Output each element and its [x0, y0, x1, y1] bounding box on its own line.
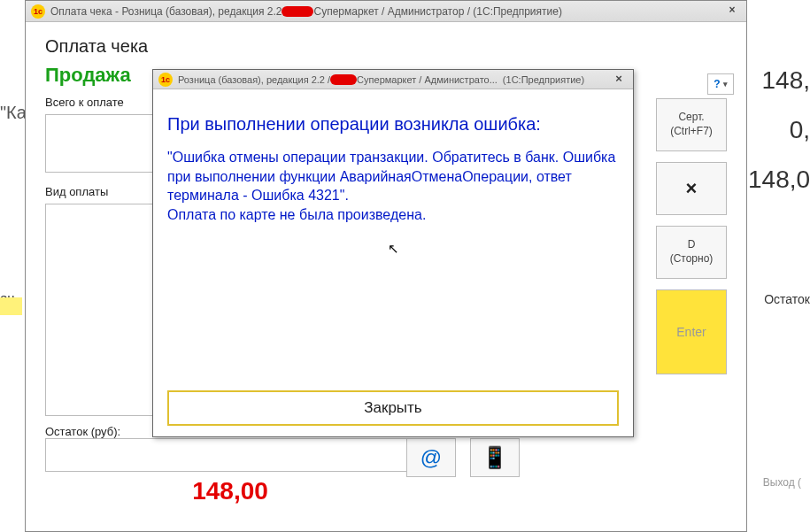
- bg-number: 148,0: [748, 166, 810, 194]
- bg-text-fragment: "Ка: [0, 103, 27, 123]
- error-dialog-body: При выполнении операции возникла ошибка:…: [153, 89, 633, 436]
- storno-label-line2: (Сторно): [670, 252, 714, 266]
- help-button[interactable]: ?: [707, 73, 734, 95]
- error-dialog-titlebar: 1c Розница (базовая), редакция 2.2 / Суп…: [153, 70, 633, 89]
- remainder-label: Остаток (руб):: [45, 425, 147, 438]
- enter-button[interactable]: Enter: [656, 289, 727, 374]
- cert-label-line1: Серт.: [678, 111, 704, 125]
- bg-highlight-strip: [0, 297, 22, 315]
- error-text-line1: "Ошибка отмены операции транзакции. Обра…: [167, 148, 619, 205]
- error-text-line2: Оплата по карте не была произведена.: [167, 205, 619, 225]
- storno-label-line1: D: [688, 238, 696, 252]
- payment-window-titlebar: 1c Оплата чека - Розница (базовая), реда…: [26, 1, 746, 22]
- at-icon: @: [420, 445, 442, 470]
- close-button-wrap: Закрыть: [167, 390, 619, 426]
- app-icon: 1c: [158, 73, 173, 87]
- page-title: Оплата чека: [45, 36, 727, 57]
- bg-exit-label: Выход (: [763, 476, 801, 489]
- error-title-suffix: (1С:Предприятие): [503, 74, 584, 85]
- total-label: Всего к оплате: [45, 96, 147, 109]
- close-error-button[interactable]: Закрыть: [167, 390, 619, 426]
- titlebar-text-prefix: Оплата чека - Розница (базовая), редакци…: [50, 5, 282, 18]
- clear-button[interactable]: ×: [656, 162, 727, 215]
- storno-button[interactable]: D (Сторно): [656, 226, 727, 279]
- bg-remainder-label: Остаток: [764, 292, 810, 306]
- redacted-segment: [282, 6, 313, 17]
- redacted-segment: [330, 74, 357, 85]
- x-icon: ×: [686, 176, 698, 202]
- help-icon: ?: [714, 78, 720, 90]
- titlebar-text-suffix: Супермаркет / Администратор / (1С:Предпр…: [313, 5, 561, 18]
- bg-numbers-column: 148, 0, 148,0: [748, 66, 810, 215]
- error-title-prefix: Розница (базовая), редакция 2.2 /: [178, 74, 330, 85]
- error-heading: При выполнении операции возникла ошибка:: [167, 112, 619, 135]
- email-button[interactable]: @: [406, 438, 456, 477]
- app-icon: 1c: [31, 4, 45, 19]
- error-dialog: 1c Розница (базовая), редакция 2.2 / Суп…: [152, 69, 634, 437]
- bg-number: 148,: [748, 66, 810, 95]
- remainder-input[interactable]: [45, 438, 415, 472]
- bg-number: 0,: [748, 116, 810, 144]
- contact-buttons-row: @ 📱: [406, 438, 520, 477]
- amount-display: 148,00: [45, 477, 415, 505]
- error-close-button[interactable]: ×: [610, 72, 628, 88]
- enter-label: Enter: [676, 324, 706, 340]
- phone-button[interactable]: 📱: [470, 438, 520, 477]
- paytype-label: Вид оплаты: [45, 185, 147, 198]
- side-buttons-column: Серт. (Ctrl+F7) × D (Сторно) Enter: [656, 98, 734, 374]
- certificate-button[interactable]: Серт. (Ctrl+F7): [656, 98, 727, 151]
- window-close-button[interactable]: ×: [723, 4, 741, 19]
- cert-label-line2: (Ctrl+F7): [670, 125, 713, 139]
- phone-icon: 📱: [482, 445, 508, 470]
- error-title-mid: Супермаркет / Администрато...: [357, 74, 498, 85]
